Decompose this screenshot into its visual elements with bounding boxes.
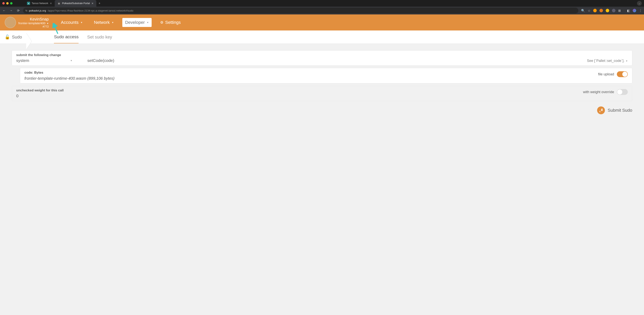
submit-label: Submit Sudo: [608, 108, 632, 113]
address-bar[interactable]: ⇆ polkadot.js.org/apps/?rpc=wss://fraa-f…: [23, 7, 578, 13]
docs-hint[interactable]: See [`Pallet::set_code`]. ▼: [587, 59, 628, 63]
method-select[interactable]: setCode(code): [87, 58, 587, 63]
gear-icon: ⚙: [160, 20, 163, 25]
tab-set-sudo-key[interactable]: Set sudo key: [87, 34, 112, 43]
pallet-select[interactable]: system ▼: [16, 58, 83, 63]
file-upload-label: file upload: [598, 72, 614, 76]
site-info-icon[interactable]: ⇆: [26, 9, 27, 12]
docs-text: See [`Pallet::set_code`].: [587, 59, 624, 63]
weight-override-label: with weight override: [583, 90, 614, 94]
weight-value: 0: [16, 93, 628, 98]
chain-block-number: #772: [18, 25, 49, 28]
nav-label: Accounts: [61, 20, 78, 25]
chevron-down-icon: ▼: [112, 21, 114, 24]
chevron-down-icon: ▼: [47, 22, 49, 25]
chevron-down-icon: ▼: [626, 60, 628, 62]
close-tab-icon[interactable]: ✕: [92, 2, 94, 5]
browser-tab-polkadot[interactable]: ▦ Polkadot/Substrate Portal ✕: [55, 0, 96, 7]
window-dropdown-button[interactable]: ⌄: [637, 1, 642, 6]
submit-row: Submit Sudo: [12, 106, 632, 114]
file-drop-field[interactable]: frontier-template-runtime-400.wasm (899,…: [24, 76, 628, 81]
extension-icon[interactable]: [593, 9, 597, 12]
close-tab-icon[interactable]: ✕: [50, 2, 52, 5]
submit-change-label: submit the following change: [16, 53, 83, 57]
nav-network[interactable]: Network ▼: [91, 18, 117, 27]
app-header: KevinSnap frontier-template/400 ▼ #772 A…: [0, 14, 644, 30]
main-nav: Accounts ▼ Network ▼ Developer ▼ ⚙ Setti…: [58, 18, 184, 27]
pallet-value: system: [16, 58, 29, 63]
toolbar-actions: 🔍 ☆ ⊞ | ◧ ⋮: [581, 9, 642, 12]
chain-info: KevinSnap frontier-template/400 ▼ #772: [18, 17, 49, 28]
tab-sudo-access[interactable]: Sudo access: [54, 34, 78, 43]
chevron-down-icon: ▼: [70, 59, 72, 62]
polkadot-favicon-icon: ▦: [58, 2, 60, 5]
nav-developer[interactable]: Developer ▼: [122, 18, 152, 27]
chain-spec: frontier-template/400: [18, 21, 45, 25]
new-tab-button[interactable]: +: [96, 1, 103, 5]
url-host: polkadot.js.org: [29, 9, 46, 12]
method-value: setCode(code): [87, 58, 114, 63]
window-controls: [2, 2, 12, 4]
extensions-menu-icon[interactable]: ⊞: [618, 9, 621, 12]
profile-avatar-icon[interactable]: [633, 9, 636, 12]
breadcrumb-label: Sudo: [12, 34, 22, 40]
tanssi-favicon-icon: ●: [27, 2, 30, 5]
chevron-down-icon: ▼: [80, 21, 83, 24]
param-code-card: file upload code: Bytes frontier-templat…: [20, 68, 632, 83]
forward-button[interactable]: →: [9, 9, 13, 12]
tab-title: Polkadot/Substrate Portal: [62, 2, 90, 5]
metamask-extension-icon[interactable]: [600, 9, 603, 12]
breadcrumb-section: 🔓 Sudo: [5, 34, 29, 40]
submit-icon: [597, 106, 605, 114]
window-titlebar: ● Tanssi Network ✕ ▦ Polkadot/Substrate …: [0, 0, 644, 7]
chain-logo-icon: [5, 17, 16, 28]
back-button[interactable]: ←: [2, 9, 6, 12]
url-path: /apps/?rpc=wss://fraa-flashbox-2134-rpc.…: [48, 9, 134, 12]
chevron-down-icon: ▼: [147, 21, 149, 24]
reload-button[interactable]: ⟳: [16, 9, 20, 12]
extension-icon[interactable]: [612, 9, 616, 12]
weight-card: with weight override unchecked weight fo…: [12, 86, 632, 101]
submit-sudo-button[interactable]: Submit Sudo: [597, 106, 632, 114]
browser-tab-tanssi[interactable]: ● Tanssi Network ✕: [24, 0, 55, 7]
nav-label: Developer: [125, 20, 144, 25]
nav-label: Network: [94, 20, 110, 25]
lock-icon: 🔓: [5, 34, 10, 40]
param-code-label: code: Bytes: [24, 71, 628, 75]
browser-toolbar: ← → ⟳ ⇆ polkadot.js.org/apps/?rpc=wss://…: [0, 7, 644, 14]
weight-override-toggle[interactable]: [617, 89, 628, 95]
tab-title: Tanssi Network: [32, 2, 48, 5]
window-close-button[interactable]: [2, 2, 5, 4]
window-zoom-button[interactable]: [10, 2, 12, 4]
nav-accounts[interactable]: Accounts ▼: [58, 18, 85, 27]
sidepanel-icon[interactable]: ◧: [627, 9, 630, 12]
chain-name: KevinSnap: [18, 17, 49, 21]
breadcrumb-divider: [26, 33, 32, 49]
page-content: submit the following change system ▼ set…: [0, 44, 644, 121]
sub-nav: 🔓 Sudo Sudo access Set sudo key: [0, 30, 644, 44]
nav-label: Settings: [165, 20, 181, 25]
bookmark-icon[interactable]: ☆: [588, 9, 590, 12]
app-root: KevinSnap frontier-template/400 ▼ #772 A…: [0, 14, 644, 315]
file-upload-toggle[interactable]: [617, 71, 628, 77]
browser-tabs: ● Tanssi Network ✕ ▦ Polkadot/Substrate …: [24, 0, 103, 7]
extension-icon[interactable]: [606, 9, 609, 12]
call-selector-card: submit the following change system ▼ set…: [12, 50, 632, 66]
zoom-icon[interactable]: 🔍: [581, 9, 585, 12]
chain-selector[interactable]: KevinSnap frontier-template/400 ▼ #772: [5, 17, 49, 28]
kebab-menu-icon[interactable]: ⋮: [639, 9, 642, 12]
weight-label: unchecked weight for this call: [16, 88, 628, 92]
nav-settings[interactable]: ⚙ Settings: [158, 18, 184, 27]
window-minimize-button[interactable]: [6, 2, 8, 4]
